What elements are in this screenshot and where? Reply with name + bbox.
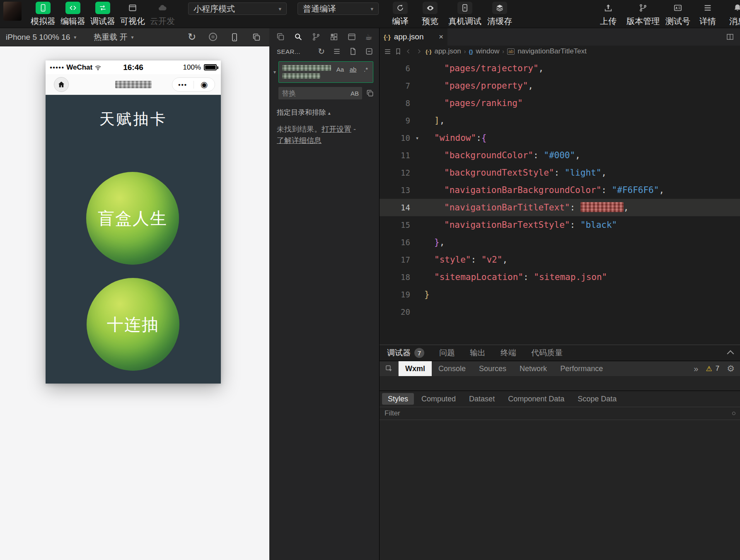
code-line-16[interactable]: 16}, <box>380 234 740 251</box>
test-account-button[interactable]: 测试号 <box>663 2 693 26</box>
code-line-18[interactable]: 18"sitemapLocation": "sitemap.json" <box>380 268 740 286</box>
dom-tree-area[interactable] <box>380 376 740 391</box>
breadcrumb-property[interactable]: navigationBarTitleText <box>518 47 587 56</box>
toggle-replace-button[interactable]: ▾ <box>271 61 278 83</box>
cloud-dev-button[interactable]: 云开发 <box>148 2 177 26</box>
code-line-13[interactable]: 13"navigationBarBackgroundColor": "#F6F6… <box>380 181 740 199</box>
navigate-back-icon[interactable] <box>405 48 412 55</box>
real-device-debug-button[interactable]: 真机调试 <box>445 2 485 26</box>
refresh-simulator-icon[interactable]: ↻ <box>188 32 196 41</box>
code-line-9[interactable]: 9], <box>380 112 740 129</box>
clear-cache-button[interactable]: 清缓存 <box>485 2 515 26</box>
tab-output[interactable]: 输出 <box>470 348 486 358</box>
devtools-tab-console[interactable]: Console <box>432 361 472 376</box>
mode-dropdown[interactable]: 小程序模式 ▾ <box>188 2 287 15</box>
search-icon[interactable] <box>294 32 303 41</box>
clear-results-icon[interactable] <box>333 47 341 56</box>
regex-toggle[interactable]: .* <box>361 65 370 74</box>
editor-button[interactable]: 编辑器 <box>58 2 88 26</box>
match-case-toggle[interactable]: Aa <box>336 65 345 74</box>
window-preview-icon[interactable] <box>347 32 356 41</box>
tab-terminal[interactable]: 终端 <box>501 348 516 358</box>
code-line-6[interactable]: 6"pages/trajectory", <box>380 60 740 77</box>
extensions-icon[interactable] <box>329 32 339 41</box>
simulator-button[interactable]: 模拟器 <box>28 2 58 26</box>
tab-dataset[interactable]: Dataset <box>463 393 501 405</box>
code-line-12[interactable]: 12"backgroundTextStyle": "light", <box>380 164 740 181</box>
tab-scope-data[interactable]: Scope Data <box>572 393 622 405</box>
devtools-tab-network[interactable]: Network <box>513 361 554 376</box>
code-line-8[interactable]: 8"pages/ranking" <box>380 94 740 112</box>
version-management-button[interactable]: 版本管理 <box>623 2 663 26</box>
learn-more-link[interactable]: 了解详细信息 <box>277 136 322 145</box>
code-line-20[interactable]: 20 <box>380 303 740 321</box>
code-lines[interactable]: 6"pages/trajectory",7"pages/property",8"… <box>380 57 740 321</box>
breadcrumb-scope[interactable]: window <box>476 47 500 56</box>
tab-app-json[interactable]: {·} app.json × <box>380 28 447 46</box>
preserve-case-toggle[interactable]: AB <box>351 90 359 97</box>
search-input[interactable]: Aa ab .* <box>278 61 373 83</box>
code-line-19[interactable]: 19} <box>380 286 740 303</box>
warning-icon[interactable]: ⚠ <box>706 364 712 373</box>
fold-chevron-icon[interactable]: ▾ <box>410 129 424 147</box>
tab-styles[interactable]: Styles <box>382 393 414 405</box>
exit-target-button[interactable]: ◉ <box>194 80 215 89</box>
collapse-all-icon[interactable] <box>365 47 373 56</box>
upload-button[interactable]: 上传 <box>593 2 623 26</box>
new-search-editor-icon[interactable] <box>349 47 357 56</box>
code-line-17[interactable]: 17"style": "v2", <box>380 251 740 268</box>
tab-debugger[interactable]: 调试器 7 <box>387 348 424 358</box>
visualization-button[interactable]: 可视化 <box>118 2 148 26</box>
tab-problems[interactable]: 问题 <box>439 348 455 358</box>
outline-icon[interactable] <box>384 48 392 56</box>
bookmark-icon[interactable] <box>394 48 402 55</box>
styles-filter-input[interactable]: Filter <box>380 407 740 420</box>
more-menu-button[interactable]: ••• <box>172 81 193 88</box>
code-line-11[interactable]: 11"backgroundColor": "#000", <box>380 147 740 164</box>
messages-button[interactable]: 消息 <box>723 2 740 26</box>
navigate-forward-icon[interactable] <box>415 48 423 55</box>
collapse-panel-icon[interactable] <box>727 350 734 357</box>
code-line-14[interactable]: 14"navigationBarTitleText": , <box>380 199 740 216</box>
multi-window-icon[interactable] <box>252 32 261 42</box>
more-tabs-icon[interactable]: » <box>694 364 698 374</box>
tab-code-quality[interactable]: 代码质量 <box>531 348 563 358</box>
gacha-button-ten-pull[interactable]: 十连抽 <box>87 278 179 371</box>
compile-button[interactable]: 编译 <box>385 2 415 26</box>
simulator-panel: iPhone 5 100% 16 ▾ 热重载 开 ▾ ↻ ●●●●● WeCha… <box>0 28 269 560</box>
devtools-tab-sources[interactable]: Sources <box>472 361 513 376</box>
rotate-device-icon[interactable] <box>230 32 239 42</box>
appearance-icon[interactable]: ☕ <box>365 32 372 42</box>
replace-input[interactable]: 替换 AB <box>278 87 362 99</box>
code-line-10[interactable]: 10▾"window":{ <box>380 129 740 147</box>
devtools-tab-wxml[interactable]: Wxml <box>399 361 432 376</box>
debugger-button[interactable]: 调试器 <box>88 2 118 26</box>
refresh-search-icon[interactable]: ↻ <box>318 47 325 56</box>
code-line-15[interactable]: 15"navigationBarTextStyle": "black" <box>380 216 740 234</box>
devtools-tab-performance[interactable]: Performance <box>554 361 609 376</box>
files-icon[interactable] <box>276 32 285 41</box>
home-button[interactable] <box>54 77 69 92</box>
hot-reload-toggle[interactable]: 热重载 开 ▾ <box>94 32 133 43</box>
compile-mode-dropdown[interactable]: 普通编译 ▾ <box>297 2 379 15</box>
source-control-icon[interactable] <box>312 32 321 41</box>
toggle-search-details[interactable]: 指定目录和排除 ▴ <box>269 99 379 117</box>
open-settings-link[interactable]: 打开设置 <box>322 125 351 133</box>
code-line-7[interactable]: 7"pages/property", <box>380 77 740 94</box>
filter-option-icon[interactable] <box>732 412 735 415</box>
replace-all-icon[interactable] <box>366 89 374 97</box>
tab-computed[interactable]: Computed <box>416 393 462 405</box>
whole-word-toggle[interactable]: ab <box>348 65 358 74</box>
tab-component-data[interactable]: Component Data <box>502 393 570 405</box>
device-selector[interactable]: iPhone 5 100% 16 ▾ <box>6 33 76 42</box>
split-editor-icon[interactable] <box>726 33 740 41</box>
close-tab-icon[interactable]: × <box>439 32 443 41</box>
breadcrumb-file[interactable]: app.json <box>434 47 461 56</box>
inspect-element-icon[interactable] <box>380 361 399 376</box>
details-button[interactable]: 详情 <box>693 2 723 26</box>
user-avatar[interactable] <box>3 2 22 21</box>
record-icon[interactable] <box>209 33 217 41</box>
devtools-settings-icon[interactable]: ⚙ <box>727 364 735 374</box>
gacha-button-blind-box[interactable]: 盲盒人生 <box>86 172 179 265</box>
preview-button[interactable]: 预览 <box>415 2 445 26</box>
